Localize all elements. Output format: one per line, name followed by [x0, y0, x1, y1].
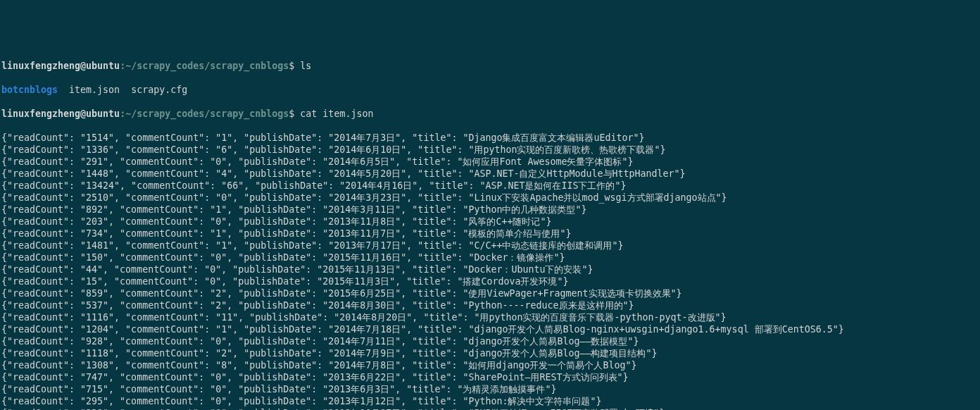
prompt-line-2: linuxfengzheng@ubuntu:~/scrapy_codes/scr…: [1, 108, 979, 120]
json-line: {"readCount": "150", "commentCount": "0"…: [1, 251, 979, 263]
command-cat: cat item.json: [300, 108, 373, 119]
json-line: {"readCount": "928", "commentCount": "0"…: [1, 335, 979, 347]
json-line: {"readCount": "295", "commentCount": "0"…: [1, 395, 979, 407]
json-line: {"readCount": "1308", "commentCount": "8…: [1, 359, 979, 371]
json-line: {"readCount": "1336", "commentCount": "6…: [1, 144, 979, 156]
json-line: {"readCount": "537", "commentCount": "2"…: [1, 299, 979, 311]
json-line: {"readCount": "1116", "commentCount": "1…: [1, 311, 979, 323]
file-scrapy-cfg: scrapy.cfg: [131, 85, 187, 95]
json-line: {"readCount": "1481", "commentCount": "1…: [1, 240, 979, 251]
json-line: {"readCount": "747", "commentCount": "0"…: [1, 371, 979, 383]
json-line: {"readCount": "15", "commentCount": "0",…: [1, 275, 979, 287]
prompt-line-1: linuxfengzheng@ubuntu:~/scrapy_codes/scr…: [1, 60, 979, 72]
file-item-json: item.json: [69, 85, 120, 95]
prompt-userhost: linuxfengzheng@ubuntu: [1, 61, 120, 71]
json-line: {"readCount": "239", "commentCount": "0"…: [1, 407, 979, 410]
prompt-path: :~/scrapy_codes/scrapy_cnblogs: [120, 61, 289, 71]
ls-output: botcnblogs item.json scrapy.cfg: [1, 84, 979, 96]
terminal[interactable]: linuxfengzheng@ubuntu:~/scrapy_codes/scr…: [0, 48, 980, 410]
json-line: {"readCount": "715", "commentCount": "0"…: [1, 383, 979, 395]
json-line: {"readCount": "13424", "commentCount": "…: [1, 180, 979, 192]
cat-output: {"readCount": "1514", "commentCount": "1…: [1, 132, 979, 410]
prompt-userhost: linuxfengzheng@ubuntu: [1, 108, 120, 119]
json-line: {"readCount": "734", "commentCount": "1"…: [1, 228, 979, 240]
json-line: {"readCount": "291", "commentCount": "0"…: [1, 156, 979, 168]
json-line: {"readCount": "1514", "commentCount": "1…: [1, 132, 979, 144]
json-line: {"readCount": "2510", "commentCount": "0…: [1, 192, 979, 204]
command-ls: ls: [300, 61, 311, 71]
prompt-dollar: $: [289, 108, 294, 119]
json-line: {"readCount": "203", "commentCount": "0"…: [1, 216, 979, 228]
json-line: {"readCount": "1448", "commentCount": "4…: [1, 168, 979, 180]
json-line: {"readCount": "1204", "commentCount": "1…: [1, 323, 979, 335]
prompt-dollar: $: [289, 61, 294, 71]
prompt-path: :~/scrapy_codes/scrapy_cnblogs: [120, 108, 289, 119]
dir-botcnblogs: botcnblogs: [1, 85, 58, 95]
json-line: {"readCount": "859", "commentCount": "2"…: [1, 287, 979, 299]
json-line: {"readCount": "1118", "commentCount": "2…: [1, 347, 979, 359]
json-line: {"readCount": "44", "commentCount": "0",…: [1, 263, 979, 275]
json-line: {"readCount": "892", "commentCount": "1"…: [1, 204, 979, 216]
